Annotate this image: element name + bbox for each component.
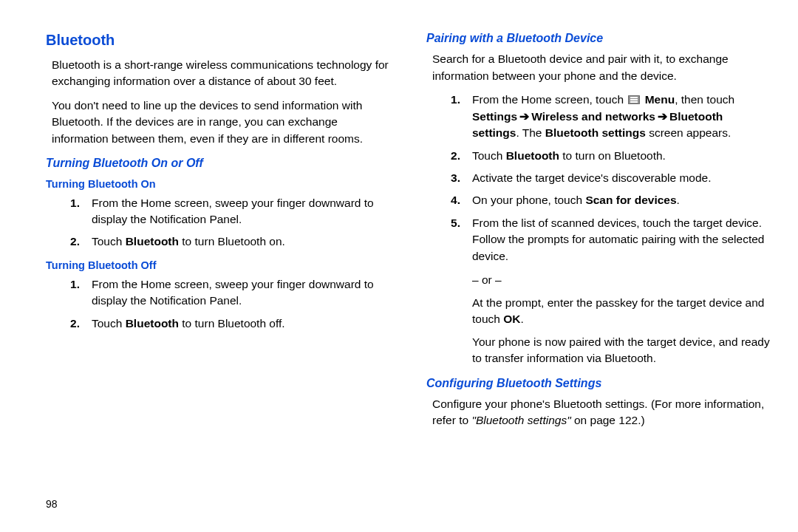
subheading-config: Configuring Bluetooth Settings (426, 375, 771, 392)
step-text: Touch Bluetooth to turn Bluetooth on. (92, 233, 391, 250)
intro-paragraph-2: You don't need to line up the devices to… (52, 98, 391, 147)
step-text: On your phone, touch Scan for devices. (472, 192, 771, 208)
step-number: 2. (441, 148, 460, 164)
or-divider: – or – (472, 272, 771, 288)
subheading-turning-off: Turning Bluetooth Off (46, 258, 391, 273)
passkey-prompt: At the prompt, enter the passkey for the… (472, 295, 771, 328)
subheading-turning-on-off: Turning Bluetooth On or Off (46, 154, 391, 171)
subheading-pairing: Pairing with a Bluetooth Device (426, 30, 771, 47)
steps-turning-off: 1. From the Home screen, sweep your fing… (46, 276, 391, 332)
step-item: 5. From the list of scanned devices, tou… (426, 215, 771, 265)
right-column: Pairing with a Bluetooth Device Search f… (426, 30, 771, 532)
arrow-icon: ➔ (519, 109, 529, 125)
step-item: 3. Activate the target device's discover… (426, 170, 771, 186)
steps-pairing: 1. From the Home screen, touch Menu, the… (426, 92, 771, 265)
step-item: 4. On your phone, touch Scan for devices… (426, 192, 771, 208)
step-number: 2. (61, 233, 80, 250)
paired-confirmation: Your phone is now paired with the target… (472, 334, 771, 367)
crossref-link: "Bluetooth settings" (471, 414, 570, 426)
step-number: 2. (61, 316, 80, 332)
step-text: From the Home screen, touch Menu, then t… (472, 92, 771, 141)
arrow-icon: ➔ (658, 109, 667, 125)
left-column: Bluetooth Bluetooth is a short-range wir… (46, 30, 391, 532)
section-heading-bluetooth: Bluetooth (46, 30, 391, 51)
step-item: 2. Touch Bluetooth to turn on Bluetooth. (426, 148, 771, 164)
step-text: Touch Bluetooth to turn Bluetooth off. (92, 316, 391, 332)
step-item: 2. Touch Bluetooth to turn Bluetooth on. (46, 233, 391, 250)
page-number: 98 (46, 497, 58, 511)
config-paragraph: Configure your phone's Bluetooth setting… (432, 396, 771, 429)
step-number: 1. (441, 92, 460, 108)
step-text: From the Home screen, sweep your finger … (92, 195, 391, 228)
step-number: 1. (61, 195, 80, 211)
step-item: 1. From the Home screen, sweep your fing… (46, 195, 391, 228)
step-item: 1. From the Home screen, touch Menu, the… (426, 92, 771, 141)
step-number: 3. (441, 170, 460, 186)
step-item: 1. From the Home screen, sweep your fing… (46, 276, 391, 310)
step-text: From the Home screen, sweep your finger … (92, 276, 391, 310)
subheading-turning-on: Turning Bluetooth On (46, 177, 391, 192)
step-number: 5. (441, 215, 460, 231)
manual-page: Bluetooth Bluetooth is a short-range wir… (0, 0, 798, 532)
intro-paragraph-1: Bluetooth is a short-range wireless comm… (52, 57, 391, 90)
steps-turning-on: 1. From the Home screen, sweep your fing… (46, 195, 391, 250)
step-text: From the list of scanned devices, touch … (472, 215, 771, 265)
step-text: Activate the target device's discoverabl… (472, 170, 771, 186)
pairing-intro: Search for a Bluetooth device and pair w… (432, 51, 771, 84)
step-item: 2. Touch Bluetooth to turn Bluetooth off… (46, 316, 391, 332)
step-number: 1. (61, 276, 80, 293)
menu-icon (628, 95, 640, 104)
step-text: Touch Bluetooth to turn on Bluetooth. (472, 148, 771, 164)
step-number: 4. (441, 192, 460, 208)
